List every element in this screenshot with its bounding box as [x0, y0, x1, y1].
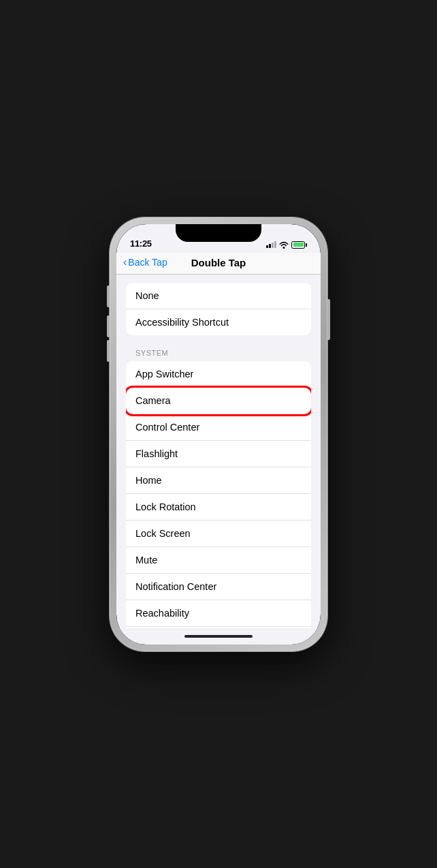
list-item-accessibility-shortcut[interactable]: Accessibility Shortcut: [126, 309, 311, 335]
status-time: 11:25: [130, 238, 152, 249]
phone-inner: 11:25: [116, 224, 321, 645]
list-item-lock-screen[interactable]: Lock Screen: [126, 521, 311, 547]
system-section-label: SYSTEM: [126, 349, 321, 361]
wifi-icon: [279, 241, 289, 249]
nav-bar: ‹ Back Tap Double Tap: [116, 253, 321, 275]
svg-point-0: [283, 247, 285, 249]
chevron-left-icon: ‹: [123, 257, 127, 268]
system-section-group: App Switcher Camera Control Center Flash…: [126, 361, 311, 628]
signal-icon: [266, 241, 276, 248]
list-item-flashlight[interactable]: Flashlight: [126, 441, 311, 467]
status-icons: [266, 241, 307, 249]
list-item-control-center[interactable]: Control Center: [126, 414, 311, 441]
list-item-screenshot[interactable]: Screenshot: [126, 627, 311, 628]
list-item-lock-rotation[interactable]: Lock Rotation: [126, 494, 311, 521]
list-item-app-switcher[interactable]: App Switcher: [126, 361, 311, 388]
content: None Accessibility Shortcut SYSTEM App S…: [116, 275, 321, 628]
list-item-none[interactable]: None: [126, 283, 311, 309]
list-item-reachability[interactable]: Reachability: [126, 600, 311, 627]
screen: 11:25: [116, 224, 321, 645]
home-bar: [184, 635, 253, 638]
phone-frame: 11:25: [110, 217, 327, 651]
battery-icon: [291, 241, 307, 249]
list-item-camera[interactable]: Camera: [126, 388, 311, 414]
list-item-home[interactable]: Home: [126, 467, 311, 494]
back-button[interactable]: ‹ Back Tap: [123, 257, 167, 268]
list-item-mute[interactable]: Mute: [126, 547, 311, 574]
list-item-notification-center[interactable]: Notification Center: [126, 574, 311, 600]
back-label: Back Tap: [128, 257, 167, 268]
top-section-group: None Accessibility Shortcut: [126, 283, 311, 335]
notch: [176, 224, 261, 242]
home-indicator: [116, 628, 321, 645]
page-title: Double Tap: [191, 257, 246, 268]
